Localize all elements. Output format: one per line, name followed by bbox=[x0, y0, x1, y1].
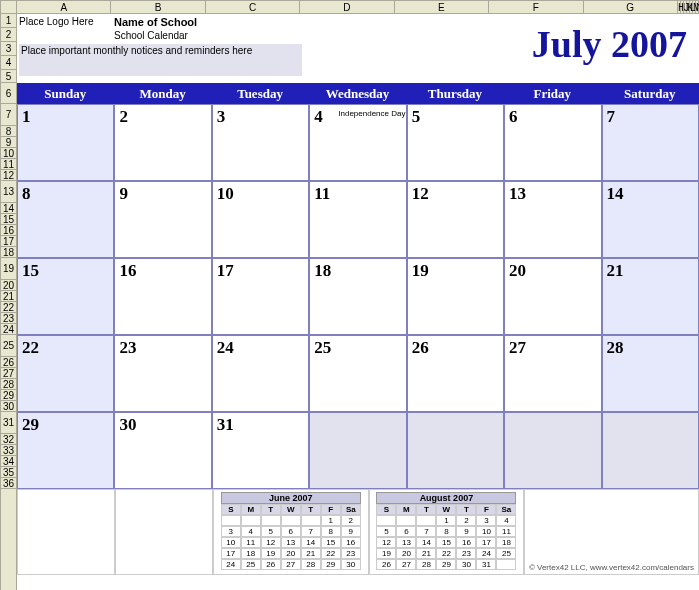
calendar-cell-1[interactable]: 1 bbox=[17, 104, 114, 181]
calendar-cell-7[interactable]: 7 bbox=[602, 104, 699, 181]
calendar-cell-11[interactable]: 11 bbox=[309, 181, 406, 258]
calendar-cell-10[interactable]: 10 bbox=[212, 181, 309, 258]
row-header-36[interactable]: 36 bbox=[1, 478, 16, 489]
row-header-29[interactable]: 29 bbox=[1, 390, 16, 401]
calendar-cell-31[interactable]: 31 bbox=[212, 412, 309, 489]
day-header-wednesday: Wednesday bbox=[309, 83, 406, 104]
row-header-26[interactable]: 26 bbox=[1, 357, 16, 368]
row-header-17[interactable]: 17 bbox=[1, 236, 16, 247]
row-header-11[interactable]: 11 bbox=[1, 159, 16, 170]
row-header-19[interactable]: 19 bbox=[1, 258, 16, 280]
row-header-34[interactable]: 34 bbox=[1, 456, 16, 467]
row-header-24[interactable]: 24 bbox=[1, 324, 16, 335]
day-number: 22 bbox=[22, 338, 39, 358]
row-header-32[interactable]: 32 bbox=[1, 434, 16, 445]
select-all-corner[interactable] bbox=[0, 0, 17, 14]
row-header-16[interactable]: 16 bbox=[1, 225, 16, 236]
row-header-15[interactable]: 15 bbox=[1, 214, 16, 225]
row-header-12[interactable]: 12 bbox=[1, 170, 16, 181]
row-header-7[interactable]: 7 bbox=[1, 104, 16, 126]
day-number: 6 bbox=[509, 107, 518, 127]
calendar-cell-blank[interactable] bbox=[309, 412, 406, 489]
mini-cal-title: August 2007 bbox=[376, 492, 516, 504]
day-header-sunday: Sunday bbox=[17, 83, 114, 104]
row-header-33[interactable]: 33 bbox=[1, 445, 16, 456]
col-header-F[interactable]: F bbox=[489, 1, 583, 13]
col-header-A[interactable]: A bbox=[17, 1, 111, 13]
day-number: 30 bbox=[119, 415, 136, 435]
row-header-6[interactable]: 6 bbox=[1, 83, 16, 104]
calendar-cell-13[interactable]: 13 bbox=[504, 181, 601, 258]
row-header-13[interactable]: 13 bbox=[1, 181, 16, 203]
calendar-cell-17[interactable]: 17 bbox=[212, 258, 309, 335]
day-number: 4 bbox=[314, 107, 323, 127]
row-header-2[interactable]: 2 bbox=[1, 28, 16, 42]
row-header-3[interactable]: 3 bbox=[1, 42, 16, 56]
calendar-cell-15[interactable]: 15 bbox=[17, 258, 114, 335]
row-header-14[interactable]: 14 bbox=[1, 203, 16, 214]
col-header-B[interactable]: B bbox=[111, 1, 205, 13]
calendar-cell-14[interactable]: 14 bbox=[602, 181, 699, 258]
calendar-cell-blank[interactable] bbox=[407, 412, 504, 489]
day-number: 26 bbox=[412, 338, 429, 358]
row-header-10[interactable]: 10 bbox=[1, 148, 16, 159]
row-header-30[interactable]: 30 bbox=[1, 401, 16, 412]
row-header-27[interactable]: 27 bbox=[1, 368, 16, 379]
row-header-4[interactable]: 4 bbox=[1, 56, 16, 70]
calendar-cell-8[interactable]: 8 bbox=[17, 181, 114, 258]
calendar-cell-26[interactable]: 26 bbox=[407, 335, 504, 412]
school-name[interactable]: Name of School bbox=[114, 16, 197, 28]
day-number: 28 bbox=[607, 338, 624, 358]
calendar-cell-27[interactable]: 27 bbox=[504, 335, 601, 412]
row-header-28[interactable]: 28 bbox=[1, 379, 16, 390]
row-header-35[interactable]: 35 bbox=[1, 467, 16, 478]
row-header-18[interactable]: 18 bbox=[1, 247, 16, 258]
calendar-cell-21[interactable]: 21 bbox=[602, 258, 699, 335]
calendar-cell-blank[interactable] bbox=[602, 412, 699, 489]
row-header-21[interactable]: 21 bbox=[1, 291, 16, 302]
row-header-5[interactable]: 5 bbox=[1, 70, 16, 83]
row-header-8[interactable]: 8 bbox=[1, 126, 16, 137]
col-header-G[interactable]: G bbox=[584, 1, 678, 13]
row-header-20[interactable]: 20 bbox=[1, 280, 16, 291]
calendar-cell-5[interactable]: 5 bbox=[407, 104, 504, 181]
calendar-cell-blank[interactable] bbox=[504, 412, 601, 489]
calendar-cell-24[interactable]: 24 bbox=[212, 335, 309, 412]
calendar-cell-20[interactable]: 20 bbox=[504, 258, 601, 335]
row-header-31[interactable]: 31 bbox=[1, 412, 16, 434]
calendar-cell-3[interactable]: 3 bbox=[212, 104, 309, 181]
col-header-E[interactable]: E bbox=[395, 1, 489, 13]
notices-box[interactable]: Place important monthly notices and remi… bbox=[19, 44, 302, 76]
month-title: July 2007 bbox=[532, 22, 687, 66]
col-header-C[interactable]: C bbox=[206, 1, 300, 13]
calendar-cell-2[interactable]: 2 bbox=[114, 104, 211, 181]
day-number: 27 bbox=[509, 338, 526, 358]
logo-placeholder[interactable]: Place Logo Here bbox=[19, 16, 94, 27]
calendar-cell-23[interactable]: 23 bbox=[114, 335, 211, 412]
calendar-cell-4[interactable]: 4Independence Day bbox=[309, 104, 406, 181]
day-number: 19 bbox=[412, 261, 429, 281]
calendar-cell-22[interactable]: 22 bbox=[17, 335, 114, 412]
row-header-1[interactable]: 1 bbox=[1, 14, 16, 28]
calendar-cell-16[interactable]: 16 bbox=[114, 258, 211, 335]
day-number: 31 bbox=[217, 415, 234, 435]
calendar-cell-19[interactable]: 19 bbox=[407, 258, 504, 335]
col-header-D[interactable]: D bbox=[300, 1, 394, 13]
row-header-22[interactable]: 22 bbox=[1, 302, 16, 313]
calendar-cell-6[interactable]: 6 bbox=[504, 104, 601, 181]
calendar-cell-18[interactable]: 18 bbox=[309, 258, 406, 335]
calendar-cell-12[interactable]: 12 bbox=[407, 181, 504, 258]
row-header-23[interactable]: 23 bbox=[1, 313, 16, 324]
day-of-week-header: SundayMondayTuesdayWednesdayThursdayFrid… bbox=[17, 83, 699, 104]
calendar-cell-29[interactable]: 29 bbox=[17, 412, 114, 489]
day-number: 8 bbox=[22, 184, 31, 204]
calendar-cell-25[interactable]: 25 bbox=[309, 335, 406, 412]
row-header-25[interactable]: 25 bbox=[1, 335, 16, 357]
calendar-cell-28[interactable]: 28 bbox=[602, 335, 699, 412]
day-number: 11 bbox=[314, 184, 330, 204]
calendar-cell-30[interactable]: 30 bbox=[114, 412, 211, 489]
row-header-9[interactable]: 9 bbox=[1, 137, 16, 148]
school-subtitle[interactable]: School Calendar bbox=[114, 30, 188, 41]
day-header-monday: Monday bbox=[114, 83, 211, 104]
calendar-cell-9[interactable]: 9 bbox=[114, 181, 211, 258]
